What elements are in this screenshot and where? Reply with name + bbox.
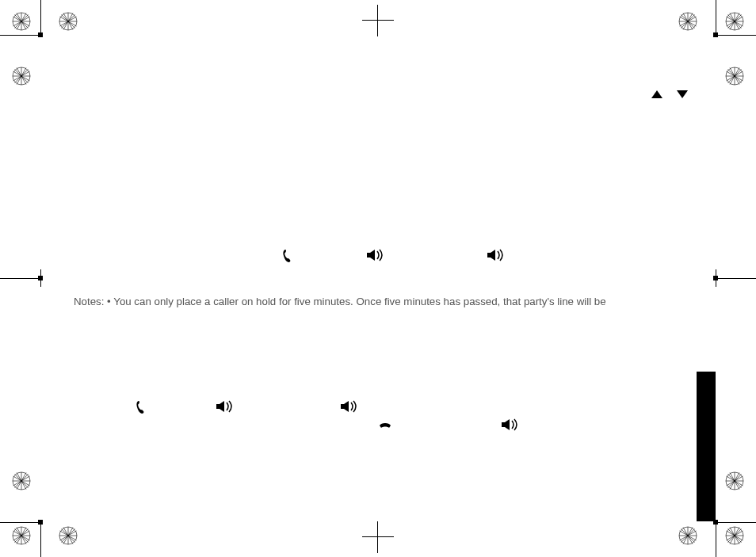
- svg-rect-116: [502, 422, 505, 427]
- speaker-icon: [502, 418, 522, 433]
- registration-mark-icon: [12, 526, 31, 545]
- svg-rect-108: [367, 253, 370, 258]
- svg-rect-112: [216, 404, 220, 409]
- svg-marker-113: [220, 401, 224, 412]
- hangup-icon: [378, 418, 392, 432]
- note-text: Notes: • You can only place a caller on …: [74, 295, 724, 309]
- speaker-icon: [216, 400, 237, 415]
- registration-mark-icon: [678, 526, 697, 545]
- center-mark-icon: [362, 5, 394, 36]
- speaker-icon: [341, 400, 361, 415]
- svg-marker-109: [370, 250, 375, 261]
- speaker-icon: [367, 249, 388, 264]
- svg-marker-111: [491, 250, 495, 261]
- svg-rect-114: [341, 404, 344, 409]
- section-tab: [697, 372, 716, 521]
- registration-mark-icon: [725, 67, 744, 86]
- registration-mark-icon: [12, 471, 31, 490]
- center-mark-icon: [362, 521, 394, 553]
- svg-marker-117: [505, 419, 510, 430]
- speaker-icon: [487, 249, 508, 264]
- svg-rect-110: [487, 253, 491, 258]
- registration-mark-icon: [59, 526, 78, 545]
- receiver-icon: [135, 400, 146, 417]
- receiver-icon: [281, 249, 292, 265]
- registration-mark-icon: [678, 12, 697, 31]
- registration-mark-icon: [725, 12, 744, 31]
- registration-mark-icon: [59, 12, 78, 31]
- registration-mark-icon: [725, 471, 744, 490]
- svg-marker-115: [344, 401, 349, 412]
- registration-mark-icon: [12, 67, 31, 86]
- up-arrow-icon: [651, 90, 662, 98]
- down-arrow-icon: [677, 90, 688, 98]
- registration-mark-icon: [725, 526, 744, 545]
- registration-mark-icon: [12, 12, 31, 31]
